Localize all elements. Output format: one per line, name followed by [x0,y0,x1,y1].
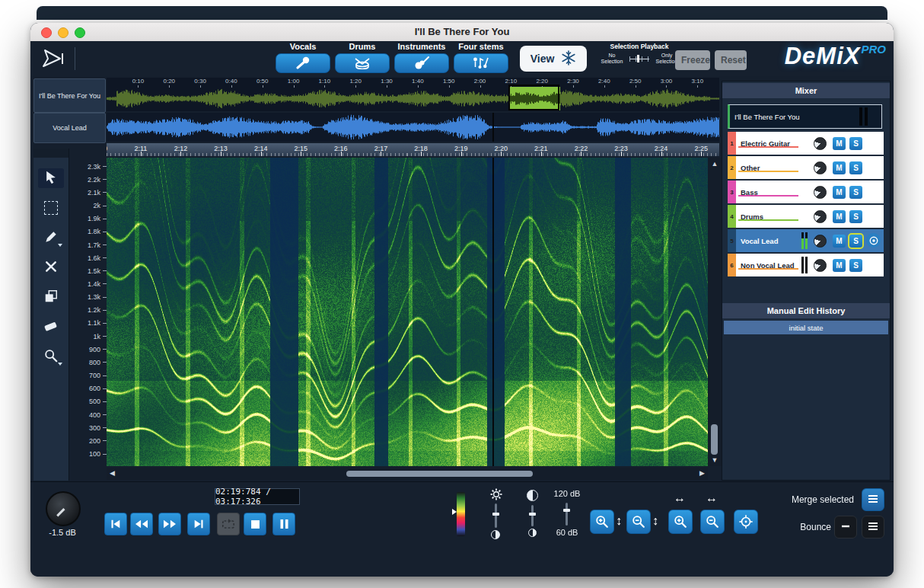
history-entry[interactable]: initial state [724,321,888,334]
contrast-slider[interactable] [531,505,534,526]
bounce-remove-button[interactable] [834,516,857,538]
skip-to-start-button[interactable] [104,513,127,535]
mute-button[interactable]: M [833,161,846,174]
skip-to-end-button[interactable] [187,513,210,535]
overview-time-ruler[interactable]: 0:100:200:300:400:501:001:101:201:301:40… [107,78,719,87]
mixer-track-row[interactable]: 6 Non Vocal Lead M S [728,254,884,276]
solo-button[interactable]: S [849,210,862,223]
brightness-icon[interactable] [491,530,500,539]
spectrogram-canvas[interactable] [107,158,708,466]
vocal-lead-waveform-strip[interactable] [107,113,719,142]
overview-waveform-canvas[interactable] [107,87,719,110]
pause-button[interactable] [272,513,295,535]
zoom-in-horizontal-button[interactable] [668,510,693,534]
scroll-down-arrow[interactable]: ▼ [708,456,722,464]
vocal-waveform-canvas[interactable] [107,113,719,142]
pan-knob[interactable] [814,161,827,174]
vertical-scrollbar[interactable]: ▲ ▼ [708,158,722,466]
mute-button[interactable]: M [833,137,846,150]
zoom-out-horizontal-button[interactable] [700,510,725,534]
loop-button[interactable] [217,513,240,535]
spectrogram-view[interactable] [107,158,708,466]
merge-menu-button[interactable] [862,488,884,511]
horizontal-resize-arrow-icon[interactable]: ↔ [706,491,718,505]
mute-button[interactable]: M [833,186,846,199]
horizontal-scrollbar[interactable]: ◀ ▶ [107,468,708,480]
contrast-icon[interactable] [527,490,538,501]
mixer-track-row[interactable]: 3 Bass M S [728,181,884,203]
pan-knob[interactable] [814,137,827,150]
clone-tool-button[interactable] [38,287,64,307]
instruments-separation-button[interactable] [394,53,449,73]
zoom-out-vertical-button[interactable] [626,510,651,534]
zoom-tool-button[interactable] [38,347,64,366]
db-range-slider[interactable] [566,503,568,526]
fast-forward-button[interactable] [158,513,181,535]
solo-button[interactable]: S [849,186,862,199]
draw-tool-button[interactable] [38,228,64,248]
scroll-right-arrow[interactable]: ▶ [699,469,705,477]
time-tick-label: 2:40 [588,78,620,87]
rewind-button[interactable] [130,513,153,535]
mute-button[interactable]: M [833,235,846,248]
track-color-tab: 5 [728,229,736,252]
eraser-tool-button[interactable] [38,317,64,337]
bounce-menu-button[interactable] [862,516,884,538]
song-overview-strip[interactable]: 0:100:200:300:400:501:001:101:201:301:40… [107,78,719,111]
freeze-button[interactable]: Freeze [675,50,710,70]
db-range-max: 120 dB [550,489,585,498]
drums-separation-button[interactable] [335,53,390,73]
time-tick-label: 0:20 [154,78,185,87]
track-color-line [738,268,798,270]
track-number: 5 [730,238,733,244]
solo-button[interactable]: S [849,137,862,150]
selection-playback-slider[interactable] [629,54,649,63]
delete-selection-tool-button[interactable] [38,257,64,277]
horizontal-resize-arrow-icon[interactable]: ↔ [674,491,686,505]
vertical-resize-arrow-icon[interactable]: ↕ [652,514,658,528]
mixer-track-row[interactable]: 5 Vocal Lead M S [728,229,884,252]
contrast-low-icon[interactable] [528,529,537,537]
zoom-to-selection-button[interactable] [734,510,758,534]
overview-track-label: I'll Be There For You [33,78,106,113]
track-focus-icon[interactable] [866,233,881,248]
vertical-resize-arrow-icon[interactable]: ↕ [616,514,622,528]
frequency-label: 1.5k [69,264,107,277]
scroll-left-arrow[interactable]: ◀ [110,469,115,477]
mixer-track-row[interactable]: 1 Electric Guitar M S [728,132,884,155]
pointer-tool-button[interactable] [38,168,64,188]
solo-button[interactable]: S [849,259,862,272]
horizontal-scroll-thumb[interactable] [346,471,533,477]
mixer-master-track[interactable]: I'll Be There For You [728,104,882,129]
colormap-slider[interactable] [457,492,465,536]
marquee-select-tool-button[interactable] [38,198,64,218]
scroll-up-arrow[interactable]: ▲ [708,160,722,168]
mixer-track-row[interactable]: 4 Drums M S [728,205,884,228]
vertical-scroll-thumb[interactable] [711,424,718,455]
vocals-separation-button[interactable] [276,53,330,73]
db-range-min: 60 dB [551,528,583,537]
pan-knob[interactable] [814,235,827,248]
master-volume-knob[interactable] [46,491,81,526]
view-freeze-button[interactable]: View [520,46,587,72]
pan-knob[interactable] [814,210,827,223]
view-range-selection-box[interactable] [508,85,559,110]
gear-icon[interactable] [490,488,502,503]
time-tick-label: 3:10 [682,78,713,87]
solo-button[interactable]: S [849,161,862,174]
tool-palette-header [33,149,69,158]
stop-button[interactable] [244,513,266,535]
four-stems-separation-button[interactable] [454,53,508,73]
zoom-in-vertical-button[interactable] [590,510,614,534]
pan-knob[interactable] [814,186,827,199]
reset-button[interactable]: Reset [715,50,747,70]
pan-knob[interactable] [814,259,827,272]
settings-slider[interactable] [495,503,497,528]
mute-button[interactable]: M [833,210,846,223]
colormap-handle[interactable] [452,509,457,515]
mixer-track-row[interactable]: 2 Other M S [728,156,884,179]
detail-time-ruler[interactable]: 2:102:112:122:132:142:152:162:172:182:19… [107,143,719,156]
time-tick-label: 2:13 [201,143,241,156]
mute-button[interactable]: M [833,259,846,272]
solo-button[interactable]: S [849,235,862,248]
